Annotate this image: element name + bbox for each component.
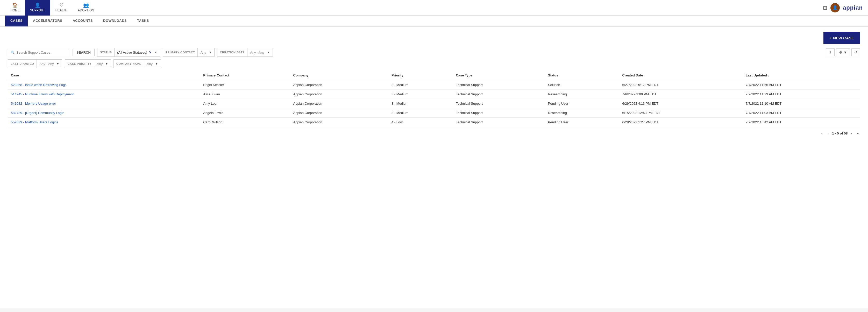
table-body: 529368 - Issue when Retreiving Logs Brig… xyxy=(8,80,860,127)
cell-case-type: Technical Support xyxy=(453,90,545,99)
search-box: 🔍 xyxy=(8,49,70,56)
first-page-button[interactable]: « xyxy=(819,130,825,136)
cell-created-date: 6/28/2022 1:27 PM EDT xyxy=(619,118,743,127)
company-name-label: COMPANY NAME xyxy=(114,60,144,68)
nav-home-label: HOME xyxy=(10,8,20,12)
cell-priority: 3 - Medium xyxy=(389,108,453,118)
download-button[interactable]: ⬇ xyxy=(826,49,835,56)
cell-contact: Amy Lee xyxy=(200,99,290,108)
new-case-row: + NEW CASE xyxy=(8,32,860,44)
table-header: Case Primary Contact Company Priority Ca… xyxy=(8,71,860,80)
search-button[interactable]: SEARCH xyxy=(72,49,95,56)
nav-support[interactable]: 👤 SUPPORT xyxy=(25,0,50,15)
case-link[interactable]: 552639 - Platform Users Logins xyxy=(11,120,58,124)
filter-actions: ⬇ ⚙ ▼ ↺ xyxy=(826,49,860,56)
cell-created-date: 6/27/2022 5:17 PM EDT xyxy=(619,80,743,90)
cell-created-date: 6/29/2022 4:13 PM EDT xyxy=(619,99,743,108)
table-row: 514245 - Runtime Errors with Deployment … xyxy=(8,90,860,99)
nav-support-label: SUPPORT xyxy=(30,8,45,12)
tab-cases[interactable]: CASES xyxy=(5,15,28,26)
last-page-button[interactable]: » xyxy=(855,130,860,136)
home-icon: 🏠 xyxy=(12,2,18,8)
cell-last-updated: 7/7/2022 11:56 AM EDT xyxy=(743,80,860,90)
creation-date-filter[interactable]: CREATION DATE Any - Any ▼ xyxy=(217,48,273,57)
refresh-button[interactable]: ↺ xyxy=(851,49,860,56)
avatar[interactable]: 👤 xyxy=(831,3,840,12)
case-link[interactable]: 514245 - Runtime Errors with Deployment xyxy=(11,92,73,96)
creation-date-dropdown-icon[interactable]: ▼ xyxy=(267,51,270,54)
nav-health[interactable]: ♡ HEALTH xyxy=(50,0,72,15)
col-last-updated[interactable]: Last Updated ↓ xyxy=(743,71,860,80)
cell-company: Appian Corporation xyxy=(290,90,389,99)
cell-company: Appian Corporation xyxy=(290,99,389,108)
case-link[interactable]: 582739 - [Urgent] Community Login xyxy=(11,111,64,115)
primary-contact-filter[interactable]: PRIMARY CONTACT Any ▼ xyxy=(163,48,215,57)
cell-company: Appian Corporation xyxy=(290,108,389,118)
col-status: Status xyxy=(545,71,619,80)
primary-contact-dropdown-icon[interactable]: ▼ xyxy=(209,51,212,54)
case-priority-filter[interactable]: CASE PRIORITY Any ▼ xyxy=(65,59,111,68)
status-dropdown-icon[interactable]: ▼ xyxy=(154,51,157,54)
cell-created-date: 7/6/2022 3:09 PM EDT xyxy=(619,90,743,99)
grid-icon[interactable]: ⊞ xyxy=(823,5,827,11)
cell-contact: Carol Wilson xyxy=(200,118,290,127)
cell-case-type: Technical Support xyxy=(453,80,545,90)
tab-accelerators[interactable]: ACCELERATORS xyxy=(28,15,67,26)
table-row: 529368 - Issue when Retreiving Logs Brig… xyxy=(8,80,860,90)
search-input[interactable] xyxy=(16,51,67,55)
cell-contact: Alice Kwan xyxy=(200,90,290,99)
status-filter[interactable]: STATUS (All Active Statuses) ✕ ▼ xyxy=(97,48,160,57)
company-name-dropdown-icon[interactable]: ▼ xyxy=(155,62,158,65)
secondary-navigation: CASES ACCELERATORS ACCOUNTS DOWNLOADS TA… xyxy=(0,15,868,27)
top-navigation: 🏠 HOME 👤 SUPPORT ♡ HEALTH 👥 ADOPTION ⊞ 👤… xyxy=(0,0,868,15)
cell-last-updated: 7/7/2022 11:03 AM EDT xyxy=(743,108,860,118)
last-updated-dropdown-icon[interactable]: ▼ xyxy=(57,62,59,65)
creation-date-value[interactable]: Any - Any ▼ xyxy=(247,48,273,57)
tab-downloads[interactable]: DOWNLOADS xyxy=(98,15,132,26)
nav-adoption-label: ADOPTION xyxy=(78,8,94,12)
table-row: 541032 - Memory Usage error Amy Lee Appi… xyxy=(8,99,860,108)
case-link[interactable]: 529368 - Issue when Retreiving Logs xyxy=(11,83,67,87)
cell-status: Solution xyxy=(545,80,619,90)
last-updated-value[interactable]: Any - Any ▼ xyxy=(37,60,62,68)
cell-case: 582739 - [Urgent] Community Login xyxy=(8,108,200,118)
cell-contact: Angela Lewis xyxy=(200,108,290,118)
case-priority-value[interactable]: Any ▼ xyxy=(94,60,111,68)
tab-tasks[interactable]: TASKS xyxy=(132,15,154,26)
tab-accounts[interactable]: ACCOUNTS xyxy=(67,15,98,26)
last-updated-filter[interactable]: LAST UPDATED Any - Any ▼ xyxy=(8,59,62,68)
cell-priority: 3 - Medium xyxy=(389,99,453,108)
prev-page-button[interactable]: ‹ xyxy=(826,130,831,136)
status-value[interactable]: (All Active Statuses) ✕ ▼ xyxy=(115,48,160,57)
company-name-value[interactable]: Any ▼ xyxy=(144,60,161,68)
creation-date-label: CREATION DATE xyxy=(217,48,247,57)
primary-contact-value[interactable]: Any ▼ xyxy=(198,48,214,57)
next-page-button[interactable]: › xyxy=(849,130,854,136)
table-row: 552639 - Platform Users Logins Carol Wil… xyxy=(8,118,860,127)
cell-priority: 4 - Low xyxy=(389,118,453,127)
col-company: Company xyxy=(290,71,389,80)
status-clear-icon[interactable]: ✕ xyxy=(149,50,152,55)
pagination: « ‹ 1 - 5 of 58 › » xyxy=(8,127,860,139)
new-case-button[interactable]: + NEW CASE xyxy=(824,32,860,44)
cell-case-type: Technical Support xyxy=(453,99,545,108)
company-name-filter[interactable]: COMPANY NAME Any ▼ xyxy=(114,59,161,68)
cell-priority: 3 - Medium xyxy=(389,80,453,90)
cell-last-updated: 7/7/2022 10:42 AM EDT xyxy=(743,118,860,127)
filter-row-2: LAST UPDATED Any - Any ▼ CASE PRIORITY A… xyxy=(8,59,860,68)
cell-status: Pending User xyxy=(545,118,619,127)
nav-home[interactable]: 🏠 HOME xyxy=(5,0,25,15)
cell-case-type: Technical Support xyxy=(453,118,545,127)
search-icon: 🔍 xyxy=(11,51,15,55)
main-content: + NEW CASE 🔍 SEARCH STATUS (All Active S… xyxy=(0,27,868,308)
case-priority-dropdown-icon[interactable]: ▼ xyxy=(105,62,108,65)
cell-contact: Brigid Kessler xyxy=(200,80,290,90)
cell-priority: 3 - Medium xyxy=(389,90,453,99)
cell-case: 514245 - Runtime Errors with Deployment xyxy=(8,90,200,99)
cell-company: Appian Corporation xyxy=(290,118,389,127)
cell-case: 541032 - Memory Usage error xyxy=(8,99,200,108)
case-link[interactable]: 541032 - Memory Usage error xyxy=(11,101,56,105)
nav-adoption[interactable]: 👥 ADOPTION xyxy=(72,0,99,15)
filter-button[interactable]: ⚙ ▼ xyxy=(836,49,850,56)
status-label: STATUS xyxy=(97,48,115,57)
